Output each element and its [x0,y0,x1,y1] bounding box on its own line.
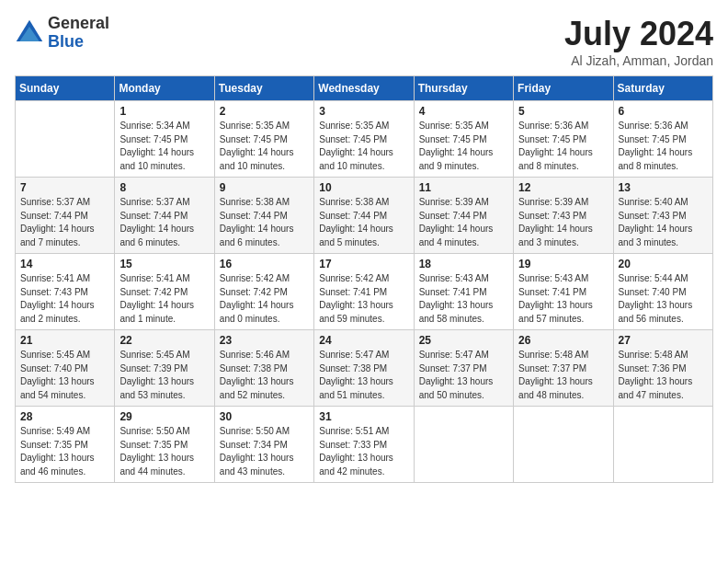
col-wednesday: Wednesday [314,76,414,101]
day-number: 6 [619,105,708,118]
calendar-table: Sunday Monday Tuesday Wednesday Thursday… [15,75,713,483]
table-row: 25 Sunrise: 5:47 AMSunset: 7:37 PMDaylig… [414,330,513,407]
day-number: 11 [419,181,508,194]
page-header: General Blue July 2024 Al Jizah, Amman, … [15,15,713,68]
table-row: 14 Sunrise: 5:41 AMSunset: 7:43 PMDaylig… [16,254,115,330]
logo-icon [15,18,44,48]
calendar-header-row: Sunday Monday Tuesday Wednesday Thursday… [16,76,713,101]
table-row: 11 Sunrise: 5:39 AMSunset: 7:44 PMDaylig… [414,178,513,254]
table-row [514,407,613,483]
table-row: 1 Sunrise: 5:34 AMSunset: 7:45 PMDayligh… [115,101,214,178]
day-number: 19 [518,258,608,270]
day-number: 14 [20,258,109,270]
table-row: 4 Sunrise: 5:35 AMSunset: 7:45 PMDayligh… [414,101,513,178]
title-block: July 2024 Al Jizah, Amman, Jordan [564,15,713,68]
day-info: Sunrise: 5:49 AMSunset: 7:35 PMDaylight:… [20,425,109,478]
day-info: Sunrise: 5:38 AMSunset: 7:44 PMDaylight:… [319,196,408,249]
day-number: 13 [619,181,708,194]
day-number: 23 [220,334,309,347]
day-number: 12 [518,181,608,194]
day-number: 28 [20,410,109,423]
col-sunday: Sunday [16,76,115,101]
calendar-week-row: 1 Sunrise: 5:34 AMSunset: 7:45 PMDayligh… [16,101,713,178]
day-info: Sunrise: 5:47 AMSunset: 7:37 PMDaylight:… [419,349,508,402]
day-info: Sunrise: 5:48 AMSunset: 7:37 PMDaylight:… [518,349,608,402]
day-number: 29 [119,410,209,423]
day-number: 3 [319,105,408,118]
day-number: 21 [20,334,109,347]
day-info: Sunrise: 5:35 AMSunset: 7:45 PMDaylight:… [419,120,508,173]
table-row: 21 Sunrise: 5:45 AMSunset: 7:40 PMDaylig… [16,330,115,407]
col-monday: Monday [115,76,214,101]
table-row: 12 Sunrise: 5:39 AMSunset: 7:43 PMDaylig… [514,178,613,254]
table-row: 22 Sunrise: 5:45 AMSunset: 7:39 PMDaylig… [115,330,214,407]
day-number: 9 [220,181,309,194]
table-row: 8 Sunrise: 5:37 AMSunset: 7:44 PMDayligh… [115,178,214,254]
day-info: Sunrise: 5:35 AMSunset: 7:45 PMDaylight:… [319,120,408,173]
month-title: July 2024 [564,15,713,53]
day-number: 31 [319,410,408,423]
table-row: 2 Sunrise: 5:35 AMSunset: 7:45 PMDayligh… [214,101,313,178]
day-info: Sunrise: 5:43 AMSunset: 7:41 PMDaylight:… [419,272,508,326]
table-row: 13 Sunrise: 5:40 AMSunset: 7:43 PMDaylig… [613,178,712,254]
logo: General Blue [15,15,109,52]
table-row: 30 Sunrise: 5:50 AMSunset: 7:34 PMDaylig… [214,407,313,483]
day-info: Sunrise: 5:40 AMSunset: 7:43 PMDaylight:… [619,196,708,249]
day-info: Sunrise: 5:46 AMSunset: 7:38 PMDaylight:… [220,349,309,402]
table-row: 19 Sunrise: 5:43 AMSunset: 7:41 PMDaylig… [514,254,613,330]
day-info: Sunrise: 5:34 AMSunset: 7:45 PMDaylight:… [119,120,209,173]
day-info: Sunrise: 5:42 AMSunset: 7:42 PMDaylight:… [220,272,309,326]
day-number: 5 [518,105,608,118]
col-tuesday: Tuesday [214,76,313,101]
day-info: Sunrise: 5:41 AMSunset: 7:42 PMDaylight:… [119,272,209,326]
table-row: 26 Sunrise: 5:48 AMSunset: 7:37 PMDaylig… [514,330,613,407]
table-row: 27 Sunrise: 5:48 AMSunset: 7:36 PMDaylig… [613,330,712,407]
calendar-week-row: 14 Sunrise: 5:41 AMSunset: 7:43 PMDaylig… [16,254,713,330]
day-number: 16 [220,258,309,270]
day-number: 30 [220,410,309,423]
day-number: 8 [119,181,209,194]
day-number: 2 [220,105,309,118]
table-row: 20 Sunrise: 5:44 AMSunset: 7:40 PMDaylig… [613,254,712,330]
day-info: Sunrise: 5:44 AMSunset: 7:40 PMDaylight:… [619,272,708,326]
table-row: 17 Sunrise: 5:42 AMSunset: 7:41 PMDaylig… [314,254,414,330]
table-row: 31 Sunrise: 5:51 AMSunset: 7:33 PMDaylig… [314,407,414,483]
calendar-week-row: 21 Sunrise: 5:45 AMSunset: 7:40 PMDaylig… [16,330,713,407]
table-row: 23 Sunrise: 5:46 AMSunset: 7:38 PMDaylig… [214,330,313,407]
day-number: 1 [119,105,209,118]
table-row: 18 Sunrise: 5:43 AMSunset: 7:41 PMDaylig… [414,254,513,330]
day-info: Sunrise: 5:39 AMSunset: 7:43 PMDaylight:… [518,196,608,249]
table-row: 10 Sunrise: 5:38 AMSunset: 7:44 PMDaylig… [314,178,414,254]
day-number: 26 [518,334,608,347]
day-number: 20 [619,258,708,270]
day-info: Sunrise: 5:43 AMSunset: 7:41 PMDaylight:… [518,272,608,326]
table-row [414,407,513,483]
day-info: Sunrise: 5:50 AMSunset: 7:35 PMDaylight:… [119,425,209,478]
day-info: Sunrise: 5:36 AMSunset: 7:45 PMDaylight:… [619,120,708,173]
col-friday: Friday [514,76,613,101]
day-number: 7 [20,181,109,194]
day-info: Sunrise: 5:45 AMSunset: 7:40 PMDaylight:… [20,349,109,402]
day-number: 17 [319,258,408,270]
table-row [613,407,712,483]
calendar-week-row: 28 Sunrise: 5:49 AMSunset: 7:35 PMDaylig… [16,407,713,483]
table-row: 16 Sunrise: 5:42 AMSunset: 7:42 PMDaylig… [214,254,313,330]
table-row: 5 Sunrise: 5:36 AMSunset: 7:45 PMDayligh… [514,101,613,178]
day-number: 22 [119,334,209,347]
day-info: Sunrise: 5:48 AMSunset: 7:36 PMDaylight:… [619,349,708,402]
table-row: 28 Sunrise: 5:49 AMSunset: 7:35 PMDaylig… [16,407,115,483]
day-info: Sunrise: 5:39 AMSunset: 7:44 PMDaylight:… [419,196,508,249]
day-info: Sunrise: 5:38 AMSunset: 7:44 PMDaylight:… [220,196,309,249]
day-number: 15 [119,258,209,270]
table-row: 15 Sunrise: 5:41 AMSunset: 7:42 PMDaylig… [115,254,214,330]
table-row: 3 Sunrise: 5:35 AMSunset: 7:45 PMDayligh… [314,101,414,178]
table-row: 29 Sunrise: 5:50 AMSunset: 7:35 PMDaylig… [115,407,214,483]
table-row: 6 Sunrise: 5:36 AMSunset: 7:45 PMDayligh… [613,101,712,178]
day-info: Sunrise: 5:47 AMSunset: 7:38 PMDaylight:… [319,349,408,402]
table-row: 9 Sunrise: 5:38 AMSunset: 7:44 PMDayligh… [214,178,313,254]
day-info: Sunrise: 5:42 AMSunset: 7:41 PMDaylight:… [319,272,408,326]
table-row: 24 Sunrise: 5:47 AMSunset: 7:38 PMDaylig… [314,330,414,407]
day-info: Sunrise: 5:50 AMSunset: 7:34 PMDaylight:… [220,425,309,478]
day-info: Sunrise: 5:35 AMSunset: 7:45 PMDaylight:… [220,120,309,173]
day-info: Sunrise: 5:37 AMSunset: 7:44 PMDaylight:… [119,196,209,249]
